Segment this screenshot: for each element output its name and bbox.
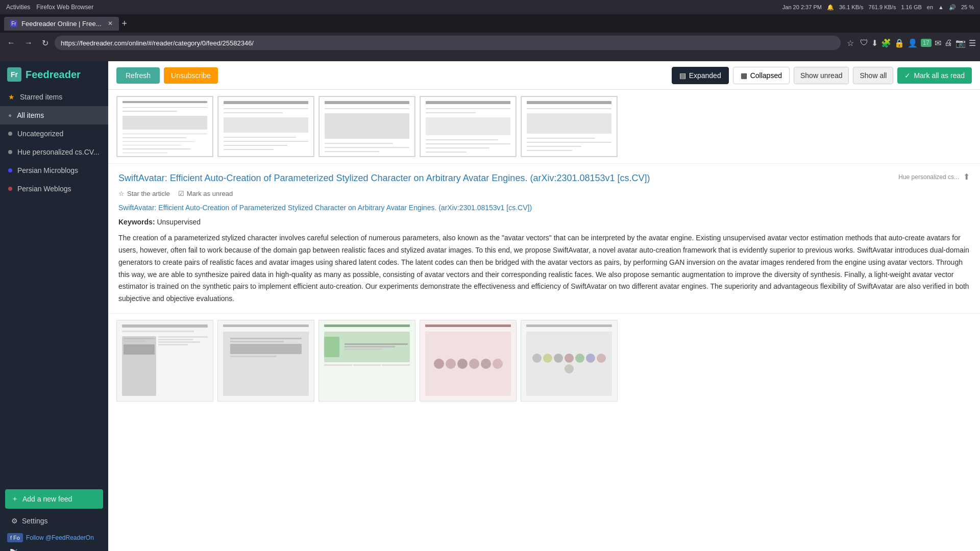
- article-thumb-1: [116, 96, 213, 157]
- refresh-button[interactable]: Refresh: [116, 67, 160, 84]
- article-images-top: [108, 90, 980, 164]
- sidebar-item-persian-micro[interactable]: Persian Microblogs: [0, 161, 108, 180]
- mail-icon: ✉: [935, 38, 941, 48]
- hue-dot-icon: [8, 150, 12, 154]
- sidebar-item-persian-web[interactable]: Persian Weblogs: [0, 180, 108, 198]
- star-label: Star the article: [127, 190, 170, 197]
- menu-button[interactable]: ☰: [969, 38, 976, 48]
- plus-icon: ＋: [11, 494, 18, 504]
- sidebar-persian-micro-label: Persian Microblogs: [17, 166, 78, 174]
- sidebar-persian-web-label: Persian Weblogs: [17, 185, 71, 193]
- lock-icon: 🔒: [894, 38, 904, 48]
- expanded-icon: ▤: [679, 71, 686, 80]
- article-tag: Hue personalized cs...: [898, 173, 959, 181]
- sidebar-bottom: ＋ Add a new feed ⚙ Settings f Fo Follow …: [0, 484, 108, 551]
- settings-gear-icon: ⚙: [11, 517, 18, 525]
- mark-unread-button[interactable]: ☑ Mark as unread: [178, 190, 233, 197]
- article-bottom-thumb-5: [521, 320, 618, 402]
- tab-close-button[interactable]: ✕: [108, 20, 113, 27]
- persian-web-dot-icon: [8, 187, 12, 191]
- shield-icon: 🛡: [860, 38, 868, 47]
- article-bottom-thumb-3: [318, 320, 415, 402]
- sidebar-header: Fr Feedreader: [0, 61, 108, 88]
- share-icon[interactable]: ⬆: [963, 172, 970, 182]
- expanded-label: Expanded: [689, 71, 721, 80]
- collapsed-view-button[interactable]: ▦ Collapsed: [733, 67, 790, 84]
- taskbar-datetime: Jan 20 2:37 PM: [782, 4, 822, 10]
- new-tab-button[interactable]: +: [119, 18, 131, 29]
- person-icon: 👤: [908, 38, 918, 48]
- expanded-view-button[interactable]: ▤ Expanded: [672, 67, 729, 84]
- checkmark-icon: ✓: [904, 71, 911, 80]
- unsubscribe-button[interactable]: Unsubscribe: [164, 67, 218, 84]
- app-container: Fr Feedreader ★ Starred items ● All item…: [0, 61, 980, 551]
- active-tab[interactable]: Fr Feedreader Online | Free... ✕: [4, 17, 119, 31]
- article-bottom-thumb-2: [217, 320, 314, 402]
- print-icon: 🖨: [944, 38, 952, 47]
- browser-chrome: Fr Feedreader Online | Free... ✕ + ← → ↻…: [0, 14, 980, 61]
- sidebar-title: Feedreader: [26, 69, 81, 81]
- back-button[interactable]: ←: [4, 36, 18, 49]
- article-title[interactable]: SwiftAvatar: Efficient Auto-Creation of …: [118, 172, 892, 185]
- taskbar: Activities Firefox Web Browser Jan 20 2:…: [0, 0, 980, 14]
- taskbar-download-speed: 761.9 KB/s: [869, 4, 896, 10]
- fb-button[interactable]: f Fo: [7, 533, 23, 542]
- sidebar-item-all[interactable]: ● All items: [0, 106, 108, 124]
- rss-icon: 📡: [9, 549, 19, 551]
- taskbar-bell-icon: 🔔: [827, 4, 834, 11]
- nav-bar: ← → ↻ ☆ 🛡 ⬇ 🧩 🔒 👤 17 ✉ 🖨 📷 ☰: [0, 33, 980, 53]
- taskbar-activities[interactable]: Activities: [6, 4, 30, 11]
- article-thumb-2: [217, 96, 314, 157]
- taskbar-browser-name: Firefox Web Browser: [36, 4, 93, 11]
- article-area[interactable]: SwiftAvatar: Efficient Auto-Creation of …: [108, 90, 980, 551]
- collapsed-icon: ▦: [741, 71, 747, 80]
- sidebar-nav: ★ Starred items ● All items Uncategorize…: [0, 88, 108, 484]
- sidebar: Fr Feedreader ★ Starred items ● All item…: [0, 61, 108, 551]
- toolbar: Refresh Unsubscribe ▤ Expanded ▦ Collaps…: [108, 61, 980, 90]
- taskbar-volume-icon: 🔊: [949, 4, 956, 11]
- article-body: The creation of a parameterized stylized…: [118, 232, 970, 305]
- show-unread-button[interactable]: Show unread: [794, 67, 849, 84]
- taskbar-upload-speed: 36.1 KB/s: [839, 4, 864, 10]
- article-thumb-5: [521, 96, 618, 157]
- collapsed-label: Collapsed: [750, 71, 782, 80]
- article-bottom-thumb-4: [420, 320, 517, 402]
- taskbar-wifi-icon: ▲: [938, 4, 944, 10]
- mark-unread-icon: ☑: [178, 190, 184, 197]
- sidebar-item-starred[interactable]: ★ Starred items: [0, 88, 108, 106]
- tab-favicon: Fr: [10, 20, 17, 27]
- article-link[interactable]: SwiftAvatar: Efficient Auto-Creation of …: [118, 204, 970, 212]
- sidebar-hue-label: Hue personalized cs.CV...: [17, 148, 100, 156]
- url-bar[interactable]: [55, 36, 841, 50]
- add-feed-button[interactable]: ＋ Add a new feed: [5, 489, 103, 509]
- settings-item[interactable]: ⚙ Settings: [5, 513, 103, 529]
- download-icon: ⬇: [871, 38, 878, 48]
- taskbar-sigma: 1.16 GB: [901, 4, 921, 10]
- camera-icon: 📷: [955, 38, 966, 48]
- taskbar-lang: en: [927, 4, 933, 10]
- mark-all-read-button[interactable]: ✓ Mark all as read: [897, 67, 972, 84]
- bookmark-button[interactable]: ☆: [844, 36, 857, 50]
- extension-icon: 🧩: [881, 38, 891, 48]
- star-article-button[interactable]: ☆ Star the article: [118, 190, 170, 197]
- sidebar-item-hue[interactable]: Hue personalized cs.CV...: [0, 143, 108, 161]
- fb-follow: f Fo Follow @FeedReaderOn: [5, 529, 103, 546]
- star-icon: ☆: [118, 190, 125, 197]
- forward-button[interactable]: →: [21, 36, 36, 49]
- sidebar-item-uncategorized[interactable]: Uncategorized: [0, 124, 108, 143]
- uncategorized-dot-icon: [8, 132, 12, 136]
- taskbar-battery: 25 %: [961, 4, 974, 10]
- article-bottom-thumb-1: [116, 320, 213, 402]
- article-section: SwiftAvatar: Efficient Auto-Creation of …: [108, 164, 980, 314]
- reload-button[interactable]: ↻: [39, 36, 52, 50]
- show-all-button[interactable]: Show all: [853, 67, 893, 84]
- star-dot-icon: ★: [8, 93, 15, 101]
- follow-link[interactable]: Follow @FeedReaderOn: [26, 534, 94, 541]
- add-feed-label: Add a new feed: [22, 495, 72, 503]
- all-dot-icon: ●: [8, 112, 12, 119]
- article-thumb-3: [318, 96, 415, 157]
- tab-bar: Fr Feedreader Online | Free... ✕ +: [0, 14, 980, 33]
- article-thumb-4: [420, 96, 517, 157]
- persian-micro-dot-icon: [8, 168, 12, 172]
- article-actions: ☆ Star the article ☑ Mark as unread: [118, 190, 970, 197]
